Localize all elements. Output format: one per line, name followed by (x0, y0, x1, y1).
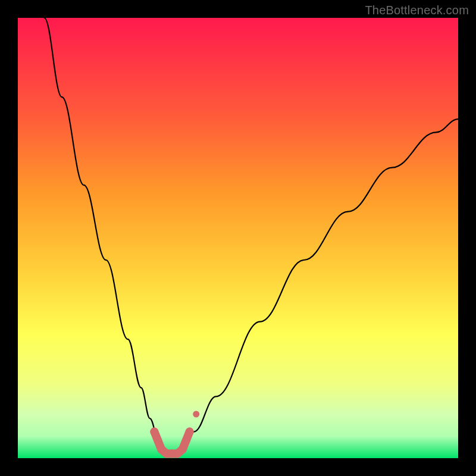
bottleneck-chart (0, 0, 476, 476)
data-marker (182, 436, 190, 444)
data-marker (193, 411, 199, 418)
data-marker (150, 428, 158, 436)
data-marker (154, 436, 162, 444)
data-marker (186, 428, 194, 436)
data-marker (178, 445, 187, 453)
gradient-background (18, 18, 458, 458)
watermark-text: TheBottleneck.com (365, 4, 469, 17)
chart-stage: TheBottleneck.com (0, 0, 476, 476)
